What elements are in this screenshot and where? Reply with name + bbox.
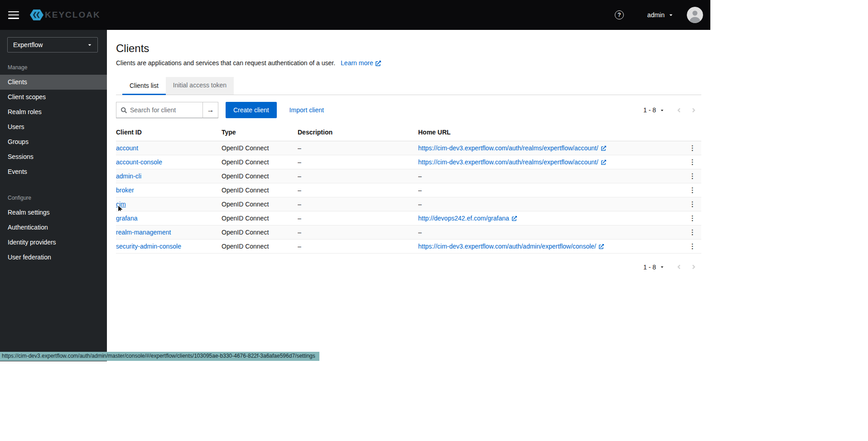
home-url-link[interactable]: https://cim-dev3.expertflow.com/auth/rea… [418,158,598,166]
pagination-range-button[interactable]: 1 - 8 [641,105,667,115]
row-actions-kebab-button[interactable]: ⋮ [686,173,699,179]
client-id-link[interactable]: security-admin-console [116,243,181,250]
next-page-button[interactable] [686,105,701,116]
chevron-left-icon [677,107,681,114]
page-title: Clients [116,42,701,55]
avatar[interactable] [687,7,703,23]
kebab-icon: ⋮ [689,144,696,152]
kebab-icon: ⋮ [689,186,696,194]
search-submit-button[interactable]: → [203,102,218,118]
column-header-description: Description [298,124,418,141]
table-row: accountOpenID Connect–https://cim-dev3.e… [116,141,701,155]
client-description: – [298,155,418,169]
sidebar-item-realm-settings[interactable]: Realm settings [0,205,107,220]
nav-toggle-button[interactable] [8,11,19,19]
subtitle-text: Clients are applications and services th… [116,59,335,67]
search-input[interactable] [130,106,199,114]
sidebar-item-clients[interactable]: Clients [0,75,107,90]
pagination-top: 1 - 8 [641,105,701,116]
home-url-link[interactable]: http://devops242.ef.com/grafana [418,215,509,222]
home-url-cell: https://cim-dev3.expertflow.com/auth/rea… [418,155,680,169]
client-id-link[interactable]: account [116,144,138,152]
client-type: OpenID Connect [222,225,298,240]
kebab-icon: ⋮ [689,200,696,208]
home-url-link[interactable]: https://cim-dev3.expertflow.com/auth/rea… [418,144,598,152]
import-client-link[interactable]: Import client [289,106,324,114]
row-actions-kebab-button[interactable]: ⋮ [686,187,699,193]
tab-initial-access-token[interactable]: Initial access token [166,77,234,95]
row-actions-kebab-button[interactable]: ⋮ [686,215,699,221]
keycloak-logo-icon [30,8,43,22]
client-id-link[interactable]: admin-cli [116,173,141,180]
sidebar-item-users[interactable]: Users [0,120,107,134]
pagination-range-button-bottom[interactable]: 1 - 8 [641,262,667,273]
avatar-icon [687,7,703,23]
realm-selector[interactable]: Expertflow [7,37,98,53]
home-url-cell: http://devops242.ef.com/grafana [418,211,680,225]
client-id-link[interactable]: account-console [116,158,162,166]
table-row: grafanaOpenID Connect–http://devops242.e… [116,211,701,225]
row-actions-kebab-button[interactable]: ⋮ [686,229,699,235]
external-link-icon [601,160,606,165]
sidebar-item-events[interactable]: Events [0,164,107,179]
client-id-link[interactable]: realm-management [116,229,171,236]
home-url-link[interactable]: https://cim-dev3.expertflow.com/auth/adm… [418,243,596,250]
home-url-empty: – [418,197,680,211]
kebab-icon: ⋮ [689,242,696,250]
client-type: OpenID Connect [222,240,298,254]
sidebar-item-identity-providers[interactable]: Identity providers [0,235,107,250]
sidebar-item-sessions[interactable]: Sessions [0,149,107,164]
client-type: OpenID Connect [222,141,298,155]
topbar: KEYCLOAK ? admin [0,0,710,30]
username: admin [647,11,665,19]
previous-page-button[interactable] [671,105,686,116]
user-menu-button[interactable]: admin [647,11,673,19]
caret-down-icon [660,108,664,112]
learn-more-link[interactable]: Learn more [341,59,381,67]
sidebar-item-client-scopes[interactable]: Client scopes [0,90,107,105]
clients-table-body: accountOpenID Connect–https://cim-dev3.e… [116,141,701,254]
row-actions-kebab-button[interactable]: ⋮ [686,158,699,165]
sidebar-item-authentication[interactable]: Authentication [0,220,107,235]
external-link-icon [512,216,517,221]
external-link-icon [599,244,604,249]
client-id-link[interactable]: broker [116,187,134,194]
help-button[interactable]: ? [615,10,624,19]
client-description: – [298,240,418,254]
kebab-icon: ⋮ [689,158,696,166]
sidebar-item-groups[interactable]: Groups [0,134,107,149]
column-header-home-url: Home URL [418,124,680,141]
topbar-actions: ? admin [615,7,703,23]
nav-section-manage: Manage Clients Client scopes Realm roles… [0,56,107,179]
search-icon [121,107,127,113]
table-row: admin-cliOpenID Connect––⋮ [116,169,701,183]
external-link-icon [601,146,606,151]
create-client-button[interactable]: Create client [226,102,277,118]
home-url-empty: – [418,169,680,183]
column-header-client-id: Client ID [116,124,222,141]
next-page-button-bottom[interactable] [686,261,701,273]
sidebar: Expertflow Manage Clients Client scopes … [0,30,107,361]
row-actions-kebab-button[interactable]: ⋮ [686,144,699,151]
nav-section-configure: Configure Realm settings Authentication … [0,187,107,265]
toolbar: → Create client Import client 1 - 8 [116,102,701,118]
client-type: OpenID Connect [222,183,298,197]
tab-clients-list[interactable]: Clients list [122,77,166,95]
previous-page-button-bottom[interactable] [671,261,686,273]
kebab-icon: ⋮ [689,214,696,222]
table-header-row: Client ID Type Description Home URL [116,124,701,141]
client-description: – [298,225,418,240]
sidebar-item-realm-roles[interactable]: Realm roles [0,105,107,120]
external-link-icon [376,61,381,66]
row-actions-kebab-button[interactable]: ⋮ [686,201,699,207]
row-actions-kebab-button[interactable]: ⋮ [686,243,699,249]
realm-name: Expertflow [13,41,43,48]
client-type: OpenID Connect [222,155,298,169]
cursor-icon [117,205,124,211]
client-description: – [298,169,418,183]
sidebar-item-user-federation[interactable]: User federation [0,250,107,265]
client-description: – [298,141,418,155]
client-id-link[interactable]: grafana [116,215,137,222]
client-type: OpenID Connect [222,169,298,183]
table-row: account-consoleOpenID Connect–https://ci… [116,155,701,169]
